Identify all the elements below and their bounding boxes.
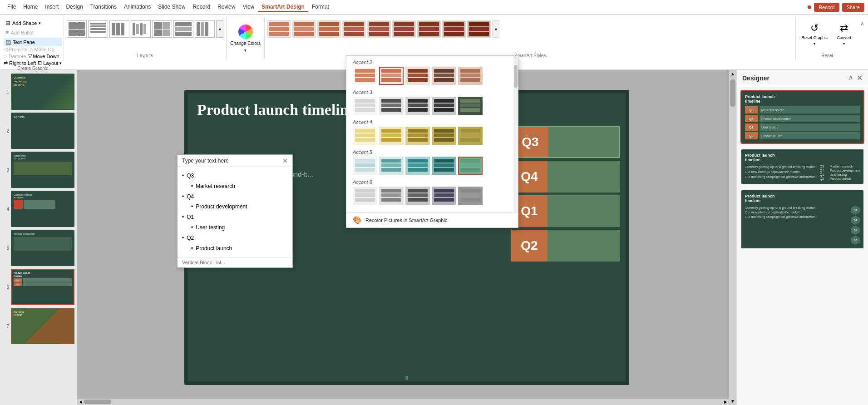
accent6-swatch-4[interactable] xyxy=(432,187,456,205)
q4-block[interactable]: Q4 xyxy=(511,161,620,193)
text-pane-close-button[interactable]: ✕ xyxy=(282,157,288,164)
accent3-swatch-3[interactable] xyxy=(405,97,430,115)
text-pane-item-q3[interactable]: •Q3 xyxy=(182,171,288,181)
text-pane-item-q1[interactable]: •Q1 xyxy=(182,212,288,222)
text-pane-item-q2[interactable]: •Q2 xyxy=(182,233,288,243)
demote-button[interactable]: ▷ Demote xyxy=(4,53,26,59)
record-button[interactable]: Record xyxy=(814,3,839,12)
scroll-thumb[interactable] xyxy=(730,79,735,107)
layout-thumb-6[interactable] xyxy=(173,20,193,38)
menu-format[interactable]: Format xyxy=(308,3,333,12)
style-thumb-3[interactable] xyxy=(317,20,341,38)
accent2-swatch-1[interactable] xyxy=(353,67,377,85)
q2-block[interactable]: Q2 xyxy=(511,230,620,262)
reset-graphic-button[interactable]: ↺ Reset Graphic ▾ xyxy=(799,20,829,48)
slide-item-4[interactable]: Current marketanalysis xyxy=(11,191,74,227)
menu-insert[interactable]: Insert xyxy=(41,3,62,12)
slide-item-2[interactable]: Agenda xyxy=(11,113,74,149)
text-pane-subitem-user-testing[interactable]: •User testing xyxy=(191,222,288,233)
accent4-swatch-5[interactable] xyxy=(458,127,483,145)
slide-item-6[interactable]: Product launchtimeline Q3 Q4 xyxy=(11,269,74,305)
recolor-pictures-button[interactable]: 🎨 Recolor Pictures in SmartArt Graphic xyxy=(346,212,518,227)
accent6-swatch-1[interactable] xyxy=(353,187,377,205)
layout-thumb-3[interactable] xyxy=(109,20,129,38)
menu-slideshow[interactable]: Slide Show xyxy=(154,3,189,12)
right-to-left-button[interactable]: ⇌ Right to Left xyxy=(4,60,36,66)
move-down-button[interactable]: ▽ Move Down xyxy=(28,53,59,59)
accent3-swatch-1[interactable] xyxy=(353,97,377,115)
menu-record[interactable]: Record xyxy=(189,3,214,12)
accent2-swatch-5[interactable] xyxy=(458,67,483,85)
text-pane-subitem-product-development[interactable]: •Product development xyxy=(191,202,288,212)
accent5-swatch-4[interactable] xyxy=(432,157,456,175)
style-thumb-8[interactable] xyxy=(442,20,466,38)
accent6-swatch-5[interactable] xyxy=(458,187,483,205)
style-thumb-1[interactable] xyxy=(267,20,291,38)
menu-transitions[interactable]: Transitions xyxy=(87,3,120,12)
layout-thumb-5[interactable] xyxy=(152,20,172,38)
style-thumb-5[interactable] xyxy=(367,20,391,38)
accent2-swatch-2[interactable] xyxy=(379,67,404,85)
dropdown-scrollbar[interactable] xyxy=(513,56,518,212)
promote-button[interactable]: ◁ Promote xyxy=(4,46,28,52)
accent4-swatch-4[interactable] xyxy=(432,127,456,145)
designer-collapse-button[interactable]: ∧ xyxy=(848,74,853,82)
design-option-2[interactable]: Product launchtimeline Currently gearing… xyxy=(740,148,864,185)
menu-design[interactable]: Design xyxy=(62,3,86,12)
layout-thumb-2[interactable] xyxy=(88,20,108,38)
text-pane-item-q4[interactable]: •Q4 xyxy=(182,192,288,202)
designer-close-button[interactable]: ✕ xyxy=(857,74,863,82)
accent6-swatch-3[interactable] xyxy=(405,187,430,205)
style-thumb-7[interactable] xyxy=(417,20,441,38)
styles-expand-button[interactable]: ▾ xyxy=(492,20,499,38)
text-pane-subitem-market-research[interactable]: •Market research xyxy=(191,181,288,192)
move-up-button[interactable]: △ Move Up xyxy=(30,46,54,52)
accent3-swatch-2[interactable] xyxy=(379,97,404,115)
menu-review[interactable]: Review xyxy=(214,3,239,12)
text-pane-button[interactable]: ▤ Text Pane xyxy=(4,38,62,46)
add-shape-button[interactable]: ⊞ Add Shape ▾ xyxy=(4,19,62,27)
accent2-swatch-3[interactable] xyxy=(405,67,430,85)
layout-thumb-4[interactable] xyxy=(131,20,151,38)
accent2-swatch-4[interactable] xyxy=(432,67,456,85)
design-option-3[interactable]: Product launchtimeline Currently gearing… xyxy=(740,189,864,249)
accent5-swatch-3[interactable] xyxy=(405,157,430,175)
accent3-swatch-5[interactable] xyxy=(458,97,483,115)
layout-thumb-1[interactable] xyxy=(67,20,87,38)
layout-button[interactable]: ⊡ Layout ▾ xyxy=(38,60,62,66)
scroll-up-button[interactable]: ▲ xyxy=(729,70,736,78)
q3-block[interactable]: Q3 xyxy=(511,126,620,158)
accent5-swatch-1[interactable] xyxy=(353,157,377,175)
accent6-swatch-2[interactable] xyxy=(379,187,404,205)
accent4-swatch-2[interactable] xyxy=(379,127,404,145)
scroll-right-button[interactable]: ▶ xyxy=(722,399,729,405)
menu-animations[interactable]: Animations xyxy=(120,3,154,12)
add-bullet-button[interactable]: ≡ Add Bullet xyxy=(4,28,62,37)
accent4-swatch-3[interactable] xyxy=(405,127,430,145)
style-thumb-2[interactable] xyxy=(292,20,316,38)
slide-item-7[interactable]: Marketingstrategy xyxy=(11,308,74,344)
accent5-swatch-5[interactable] xyxy=(458,157,483,175)
convert-button[interactable]: ⇄ Convert ▾ xyxy=(833,20,855,48)
menu-home[interactable]: Home xyxy=(20,3,41,12)
accent3-swatch-4[interactable] xyxy=(432,97,456,115)
style-thumb-6[interactable] xyxy=(392,20,416,38)
menu-file[interactable]: File xyxy=(4,3,20,12)
layout-thumb-7[interactable] xyxy=(195,20,215,38)
scroll-h-thumb[interactable] xyxy=(84,400,111,404)
menu-smartart-design[interactable]: SmartArt Design xyxy=(258,3,308,12)
ribbon-collapse-button[interactable]: ∧ xyxy=(858,19,866,29)
slide-item-1[interactable]: Quarterlymarketingmeeting xyxy=(11,74,74,110)
scroll-down-button[interactable]: ▼ xyxy=(729,397,736,405)
layouts-expand-button[interactable]: ▾ xyxy=(216,20,223,38)
style-thumb-9[interactable] xyxy=(467,20,491,38)
menu-view[interactable]: View xyxy=(239,3,258,12)
accent5-swatch-2[interactable] xyxy=(379,157,404,175)
change-colors-button[interactable]: Change Colors ▾ xyxy=(227,17,265,60)
scroll-left-button[interactable]: ◀ xyxy=(77,399,84,405)
text-pane-subitem-product-launch[interactable]: •Product launch xyxy=(191,243,288,254)
q1-block[interactable]: Q1 xyxy=(511,195,620,227)
slide-item-3[interactable]: Strategiesfor growth xyxy=(11,152,74,188)
design-option-1[interactable]: Product launchtimeline Q3 Market researc… xyxy=(740,90,864,144)
share-button[interactable]: Share xyxy=(842,3,864,12)
